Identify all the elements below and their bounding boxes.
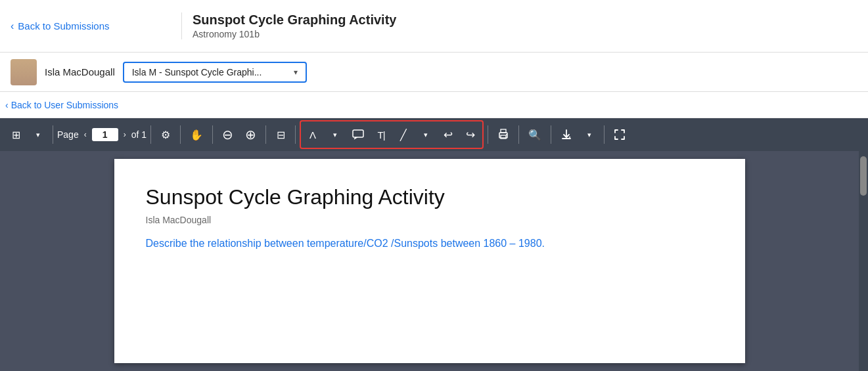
prev-page-button[interactable]: ‹ <box>81 129 89 141</box>
toolbar-divider-6 <box>295 125 296 144</box>
annotation-group: Λ ▾ T| ╱ ▾ ↩ ↪ <box>300 120 484 149</box>
undo-button[interactable]: ↩ <box>438 123 459 146</box>
page-title: Sunspot Cycle Graphing Activity <box>193 12 857 28</box>
back-to-submissions-link[interactable]: ‹ Back to Submissions <box>11 20 181 32</box>
view-mode-button[interactable]: ⊞ <box>5 123 26 146</box>
scrollbar-thumb[interactable] <box>860 156 867 196</box>
download-dropdown-button[interactable]: ▾ <box>579 123 600 146</box>
header-title-block: Sunspot Cycle Graphing Activity Astronom… <box>181 12 857 39</box>
page-number-input[interactable] <box>92 128 118 141</box>
pdf-question-text: Describe the relationship between temper… <box>146 236 714 251</box>
pdf-container[interactable]: Sunspot Cycle Graphing Activity Isla Mac… <box>0 151 859 371</box>
draw-dropdown-button[interactable]: ▾ <box>415 123 436 146</box>
zoom-out-button[interactable]: ⊖ <box>217 123 239 146</box>
page-navigation: Page ‹ › of 1 <box>57 128 147 141</box>
annotate-button[interactable]: Λ <box>302 123 323 146</box>
page-of-label: of 1 <box>131 129 147 140</box>
next-page-button[interactable]: › <box>121 129 129 141</box>
toolbar-divider-2 <box>150 125 151 144</box>
download-button[interactable] <box>555 123 578 146</box>
back-user-submissions-link[interactable]: ‹ Back to User Submissions <box>5 100 118 110</box>
page-label: Page <box>57 129 79 140</box>
user-name-label: Isla MacDougall <box>45 66 115 77</box>
pdf-document-author: Isla MacDougall <box>146 215 714 225</box>
toolbar-divider-5 <box>265 125 266 144</box>
toolbar-divider-10 <box>604 125 605 144</box>
settings-button[interactable]: ⚙ <box>155 123 176 146</box>
back-user-submissions-label: Back to User Submissions <box>11 100 118 110</box>
annotate-dropdown-button[interactable]: ▾ <box>325 123 346 146</box>
pdf-page: Sunspot Cycle Graphing Activity Isla Mac… <box>114 159 745 363</box>
redo-button[interactable]: ↪ <box>460 123 481 146</box>
print-button[interactable] <box>492 123 514 146</box>
comment-button[interactable] <box>347 123 369 146</box>
pdf-document-title: Sunspot Cycle Graphing Activity <box>146 185 714 209</box>
toolbar-divider-4 <box>212 125 213 144</box>
back-to-submissions-label: Back to Submissions <box>18 20 109 32</box>
back-user-row: ‹ Back to User Submissions <box>0 92 868 118</box>
text-tool-button[interactable]: T| <box>371 123 392 146</box>
chevron-left-icon: ‹ <box>5 100 9 110</box>
toolbar-divider-7 <box>488 125 488 144</box>
svg-point-4 <box>506 134 507 135</box>
view-mode-dropdown-button[interactable]: ▾ <box>28 123 49 146</box>
chevron-down-icon: ▾ <box>294 68 298 77</box>
svg-rect-0 <box>353 130 363 137</box>
toolbar: ⊞ ▾ Page ‹ › of 1 ⚙ ✋ ⊖ ⊕ ⊟ Λ ▾ T| <box>0 118 868 151</box>
chevron-left-icon: ‹ <box>11 20 14 32</box>
grab-tool-button[interactable]: ✋ <box>185 123 208 146</box>
zoom-in-button[interactable]: ⊕ <box>240 123 262 146</box>
page-subtitle: Astronomy 101b <box>193 29 857 39</box>
draw-tool-button[interactable]: ╱ <box>393 123 414 146</box>
toolbar-divider-3 <box>180 125 181 144</box>
avatar <box>11 59 37 85</box>
toolbar-divider-9 <box>551 125 551 144</box>
split-view-button[interactable]: ⊟ <box>270 123 291 146</box>
user-row: Isla MacDougall Isla M - Sunspot Cycle G… <box>0 53 868 92</box>
header: ‹ Back to Submissions Sunspot Cycle Grap… <box>0 0 868 53</box>
main-area: Sunspot Cycle Graphing Activity Isla Mac… <box>0 151 868 371</box>
search-button[interactable]: 🔍 <box>523 123 547 146</box>
toolbar-divider-8 <box>518 125 519 144</box>
fullscreen-button[interactable] <box>608 123 631 146</box>
scrollbar-track[interactable] <box>859 151 868 371</box>
submission-dropdown-label: Isla M - Sunspot Cycle Graphi... <box>132 67 262 77</box>
toolbar-divider-1 <box>53 125 53 144</box>
submission-dropdown[interactable]: Isla M - Sunspot Cycle Graphi... ▾ <box>123 62 307 83</box>
